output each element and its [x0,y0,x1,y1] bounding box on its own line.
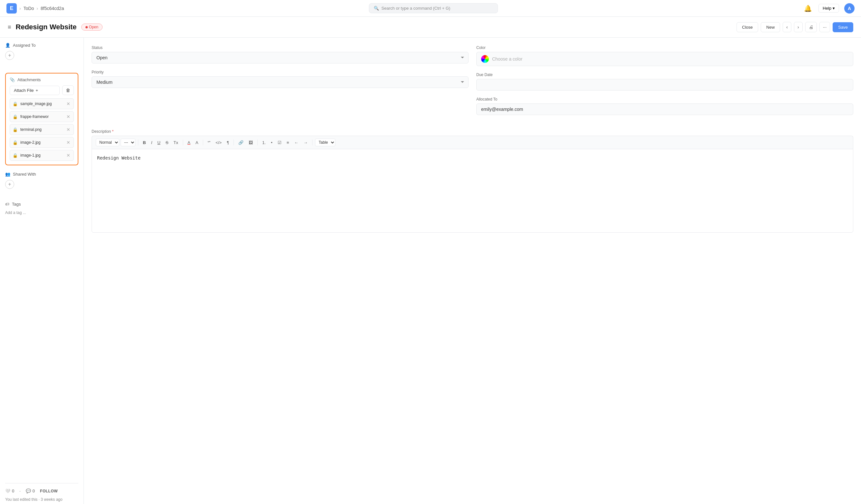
allocated-to-label: Allocated To [476,97,853,101]
underline-button[interactable]: U [155,139,162,146]
save-button[interactable]: Save [833,22,853,32]
attach-file-button[interactable]: Attach File + [10,86,60,95]
status-badge: Open [81,24,102,31]
remove-attachment-button[interactable]: ✕ [66,139,71,146]
bold-button[interactable]: B [141,139,148,146]
priority-select[interactable]: Low Medium High [92,76,468,88]
attachment-item: 🔒 sample_image.jpg ✕ [10,98,74,109]
allocated-to-input[interactable] [476,103,853,115]
comments-button[interactable]: 💬 0 [26,489,35,493]
highlight-button[interactable]: A [193,139,200,146]
chevron-down-icon: ▾ [833,6,835,11]
footer-section: 🤍 0 · 💬 0 FOLLOW You last edited this · … [5,483,78,502]
dash-style-select[interactable]: --- [121,139,135,146]
code-button[interactable]: </> [214,139,224,146]
top-nav: E › ToDo › 8f5c64cd2a 🔍 Search or type a… [0,0,861,17]
link-button[interactable]: 🔗 [236,139,245,146]
attachment-item: 🔒 terminal.png ✕ [10,124,74,135]
image-button[interactable]: 🖼 [247,139,255,146]
indent-left-button[interactable]: ← [292,139,300,146]
comments-count: 0 [32,489,35,493]
plus-icon: + [36,88,38,93]
table-select[interactable]: Table [315,139,336,146]
tags-section: 🏷 Tags Add a tag ... [5,202,78,215]
help-button[interactable]: Help ▾ [818,4,839,13]
unordered-list-button[interactable]: • [269,139,274,146]
attachments-section: 📎 Attachments Attach File + 🗑 🔒 sample_i… [5,73,78,165]
content-area: Status Open Closed Cancelled Priority Lo… [84,38,861,504]
add-share-button[interactable]: + [5,180,14,189]
paragraph-style-select[interactable]: Normal [96,139,119,146]
add-tag-input[interactable]: Add a tag ... [5,210,26,215]
assigned-to-section: 👤 Assigned To + [5,43,78,60]
lock-icon: 🔒 [13,127,18,132]
color-field-group: Color Choose a color [476,45,853,66]
color-picker[interactable]: Choose a color [476,52,853,66]
likes-button[interactable]: 🤍 0 [5,489,14,493]
strikethrough-button[interactable]: S [164,139,170,146]
follow-button[interactable]: FOLLOW [40,489,58,493]
shared-with-label: Shared With [13,172,36,177]
dot-separator: · [19,489,20,493]
hamburger-icon[interactable]: ≡ [8,24,11,31]
checklist-button[interactable]: ☑ [276,139,284,146]
search-container: 🔍 Search or type a command (Ctrl + G) [369,3,498,13]
tag-icon: 🏷 [5,202,9,207]
page-title: Redesign Website [16,23,77,31]
close-button[interactable]: Close [737,22,758,32]
clear-format-button[interactable]: Tx [172,139,180,146]
blockquote-button[interactable]: “” [206,139,213,146]
print-button[interactable]: 🖨 [805,22,817,32]
paragraph-mark-button[interactable]: ¶ [225,139,231,146]
main-layout: 👤 Assigned To + 📎 Attachments Attach Fil… [0,38,861,504]
next-button[interactable]: › [794,22,803,32]
breadcrumb-id[interactable]: 8f5c64cd2a [41,6,64,11]
description-section: Description * Normal --- B I U S Tx A A [92,129,853,234]
help-label: Help [823,6,831,11]
remove-attachment-button[interactable]: ✕ [66,100,71,107]
add-assignee-button[interactable]: + [5,51,14,60]
color-placeholder: Choose a color [492,56,522,61]
attach-extra-button[interactable]: 🗑 [62,85,74,95]
likes-count: 0 [12,489,14,493]
sidebar: 👤 Assigned To + 📎 Attachments Attach Fil… [0,38,84,504]
likes-row: 🤍 0 · 💬 0 FOLLOW [5,489,78,493]
lock-icon: 🔒 [13,153,18,158]
due-date-input[interactable] [476,79,853,90]
new-button[interactable]: New [761,22,780,32]
remove-attachment-button[interactable]: ✕ [66,113,71,120]
attachments-list: 🔒 sample_image.jpg ✕ 🔒 frappe-framewor ✕… [10,98,74,161]
more-options-button[interactable]: ··· [819,22,830,32]
notifications-button[interactable]: 🔔 [803,3,813,14]
align-button[interactable]: ≡ [285,139,291,146]
attachment-name: sample_image.jpg [20,101,63,106]
search-box[interactable]: 🔍 Search or type a command (Ctrl + G) [369,3,498,13]
lock-icon: 🔒 [13,114,18,119]
priority-field-group: Priority Low Medium High [92,70,468,88]
avatar[interactable]: A [844,3,855,14]
priority-label: Priority [92,70,468,74]
attachments-label: Attachments [17,77,41,82]
paperclip-icon: 📎 [10,77,15,82]
indent-right-button[interactable]: → [301,139,310,146]
attachment-name: image-1.jpg [20,153,63,157]
search-placeholder: Search or type a command (Ctrl + G) [382,6,451,11]
form-right-column: Color Choose a color Due Date Allocated … [476,45,853,122]
color-wheel-icon [481,55,489,63]
comment-icon: 💬 [26,489,31,493]
breadcrumb: E › ToDo › 8f5c64cd2a [6,3,64,14]
italic-button[interactable]: I [149,139,154,146]
breadcrumb-todo[interactable]: ToDo [24,6,34,11]
prev-button[interactable]: ‹ [783,22,791,32]
description-editor[interactable] [92,149,853,233]
ordered-list-button[interactable]: 1. [260,139,268,146]
user-icon: 👤 [5,43,10,48]
remove-attachment-button[interactable]: ✕ [66,126,71,133]
color-label: Color [476,45,853,50]
attachment-item: 🔒 image-2.jpg ✕ [10,137,74,148]
status-label: Status [92,45,468,50]
font-color-button[interactable]: A [186,139,192,146]
remove-attachment-button[interactable]: ✕ [66,152,71,158]
status-field-group: Status Open Closed Cancelled [92,45,468,64]
status-select[interactable]: Open Closed Cancelled [92,52,468,64]
